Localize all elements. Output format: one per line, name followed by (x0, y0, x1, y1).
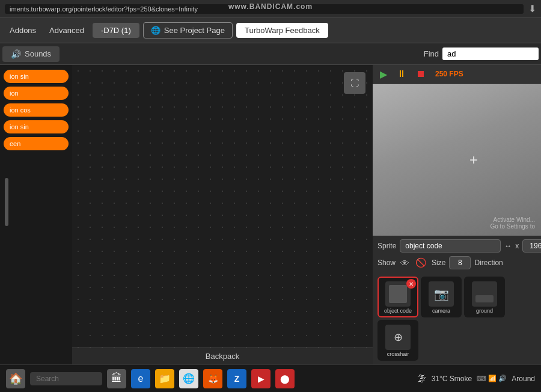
fps-badge: 250 FPS (435, 70, 463, 78)
app7-icon[interactable]: ▶ (251, 369, 270, 388)
file-explorer-icon[interactable]: 📁 (155, 369, 174, 388)
backpack-bar[interactable]: Backpack (72, 348, 373, 364)
app7-logo: ▶ (258, 374, 264, 384)
search-input[interactable] (30, 372, 102, 385)
sprite-thumb-label-object-code: object code (384, 308, 412, 314)
sprite-thumb-ground[interactable]: ground (464, 277, 505, 317)
block-ion-cos[interactable]: ion cos (4, 103, 69, 117)
sprite-thumb-camera[interactable]: 📷 camera (421, 277, 462, 317)
start-menu-icon[interactable]: 🏠 (6, 369, 25, 388)
crosshair-icon: ⊕ (394, 331, 403, 344)
sprite-thumb-inner-ground (472, 281, 497, 307)
chrome-icon[interactable]: 🌐 (179, 369, 198, 388)
zoom-icon[interactable]: Z (227, 369, 246, 388)
stop-button[interactable]: ⏹ (414, 67, 428, 81)
download-icon: ⬇ (528, 3, 536, 14)
show-eye-button[interactable]: 👁 (399, 257, 411, 269)
size-input[interactable] (449, 256, 471, 269)
project-name-button[interactable]: -D7D (1) (93, 23, 139, 38)
system-icons: ⌨ 📶 🔊 (477, 375, 507, 382)
sprite-thumb-crosshair[interactable]: ⊕ crosshair (377, 320, 418, 361)
show-label: Show (377, 259, 396, 267)
stage-controls: ▶ ⏸ ⏹ 250 FPS (373, 65, 541, 84)
turbowarp-feedback-button[interactable]: TurboWarp Feedback (236, 23, 328, 38)
app-toolbar: Addons Advanced -D7D (1) 🌐 See Project P… (0, 18, 541, 43)
left-scrollbar[interactable] (5, 178, 8, 226)
block-ion-sin-1[interactable]: ion sin (4, 70, 69, 83)
globe-icon: 🌐 (151, 26, 160, 35)
camera-icon: 📷 (434, 287, 449, 301)
block-ion[interactable]: ion (4, 87, 69, 100)
content-area: Addons Advanced -D7D (1) 🌐 See Project P… (0, 18, 541, 364)
play-button[interactable]: ▶ (377, 67, 390, 81)
pause-button[interactable]: ⏸ (394, 67, 409, 81)
code-corner-button[interactable]: ⛶ (344, 72, 365, 94)
firefox-logo: 🦊 (208, 374, 218, 384)
bandicam-watermark: www.BANDICAM.com (228, 2, 313, 11)
weather-icon: 🌫 (417, 373, 427, 384)
size-label: Size (432, 259, 445, 267)
backpack-label: Backpack (206, 352, 239, 361)
firefox-icon[interactable]: 🦊 (203, 369, 222, 388)
block-een[interactable]: een (4, 137, 69, 150)
sprite-thumbnails: ✕ object code 📷 camera (373, 273, 541, 364)
blocks-panel: ion sin ion ion cos ion sin een (0, 65, 72, 364)
taskbar: 🏠 🏛 e 📁 🌐 🦊 Z ▶ ⬤ 🌫 31°C Smoke ⌨ 📶 🔊 Aro… (0, 364, 541, 392)
direction-label: Direction (474, 259, 503, 267)
block-ion-sin-2[interactable]: ion sin (4, 120, 69, 133)
sprite-thumb-inner-crosshair: ⊕ (385, 325, 411, 350)
sounds-icon: 🔊 (11, 49, 21, 59)
sprite-thumb-object-code[interactable]: ✕ object code (377, 277, 418, 317)
activate-windows-text: Activate Wind... Go to Settings to (491, 216, 536, 230)
building-icon[interactable]: 🏛 (107, 369, 126, 388)
record-logo: ⬤ (280, 374, 290, 384)
stop-icon: ⏹ (416, 69, 426, 79)
sprite-name-input[interactable] (400, 239, 501, 253)
sprite-thumb-inner-camera: 📷 (429, 281, 454, 307)
sprite-thumb-label-crosshair: crosshair (387, 351, 409, 357)
hide-eye-button[interactable]: 🚫 (414, 256, 428, 269)
main-content-row: ion sin ion ion cos ion sin een ⛶ Backpa… (0, 65, 541, 364)
sprite-thumb-label-camera: camera (432, 308, 450, 314)
sprite-row2: Show 👁 🚫 Size Direction (377, 256, 536, 269)
sprite-label: Sprite (377, 242, 396, 250)
clock-around: Around (512, 375, 535, 383)
stage-crosshair: + (469, 152, 478, 168)
addons-button[interactable]: Addons (5, 23, 41, 37)
edge-icon[interactable]: e (131, 369, 150, 388)
edge-logo: e (138, 373, 144, 384)
sprite-thumb-label-ground: ground (476, 308, 493, 314)
ground-preview (475, 295, 494, 302)
advanced-button[interactable]: Advanced (44, 23, 89, 37)
chrome-logo: 🌐 (183, 373, 195, 384)
sprite-row1: Sprite ↔ x (377, 239, 536, 253)
stage-area[interactable]: + Activate Wind... Go to Settings to (373, 84, 541, 236)
tab-sounds[interactable]: 🔊 Sounds (2, 46, 60, 62)
weather-text: 31°C Smoke (432, 375, 472, 383)
x-coord-label: x (515, 242, 519, 250)
pause-icon: ⏸ (397, 69, 406, 79)
sprite-delete-button[interactable]: ✕ (406, 279, 416, 289)
code-area[interactable]: ⛶ Backpack (72, 65, 373, 364)
sprite-info: Sprite ↔ x Show 👁 🚫 Size Direction (373, 236, 541, 273)
find-input[interactable] (442, 47, 539, 60)
right-panel: ▶ ⏸ ⏹ 250 FPS + Activate Wind... Go to S… (373, 65, 541, 364)
sprite-preview (389, 285, 407, 303)
resize-icon: ⛶ (350, 78, 359, 88)
record-icon[interactable]: ⬤ (275, 369, 295, 388)
stage-canvas (373, 84, 541, 236)
arrow-icon: ↔ (504, 242, 512, 250)
find-label: Find (424, 49, 439, 58)
taskbar-right: 🌫 31°C Smoke ⌨ 📶 🔊 Around (417, 373, 535, 384)
zoom-logo: Z (234, 374, 240, 384)
tabs-find-row: 🔊 Sounds Find (0, 43, 541, 65)
x-coord-input[interactable] (522, 239, 541, 253)
folder-icon: 📁 (159, 373, 171, 384)
see-project-button[interactable]: 🌐 See Project Page (143, 22, 233, 38)
